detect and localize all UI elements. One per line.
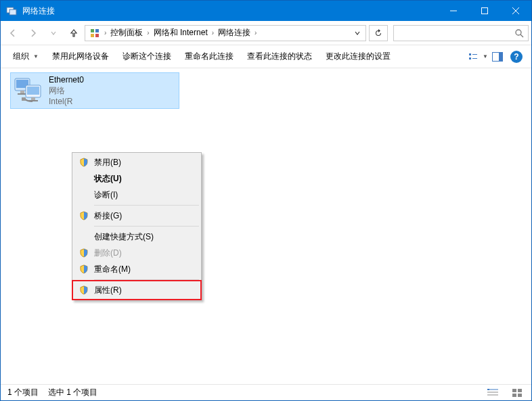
details-view-button[interactable] [485, 386, 500, 400]
menu-rename[interactable]: 重命名(M) [74, 261, 200, 277]
svg-rect-34 [518, 394, 522, 397]
menu-separator [94, 279, 199, 280]
window: 网络连接 › [0, 0, 532, 401]
close-button[interactable] [500, 1, 531, 21]
svg-rect-32 [518, 389, 522, 392]
view-options-button[interactable]: ▼ [469, 45, 488, 68]
svg-rect-8 [91, 34, 94, 37]
svg-rect-26 [22, 97, 26, 101]
adapter-item[interactable]: Ethernet0 网络 Intel(R [10, 72, 179, 109]
menu-properties[interactable]: 属性(R) [74, 282, 200, 298]
adapter-device: Intel(R [49, 96, 84, 107]
shield-icon [76, 264, 91, 274]
menu-diagnose[interactable]: 诊断(I) [74, 187, 200, 203]
window-buttons [438, 1, 531, 21]
navbar: › 控制面板 › 网络和 Internet › 网络连接 › [1, 21, 531, 45]
adapter-text: Ethernet0 网络 Intel(R [49, 74, 84, 107]
svg-line-11 [520, 34, 523, 37]
organize-label: 组织 [13, 51, 29, 62]
help-icon: ? [510, 51, 523, 63]
shield-icon [76, 158, 91, 167]
chevron-right-icon[interactable]: › [253, 29, 258, 37]
preview-pane-button[interactable] [488, 45, 507, 68]
status-count: 1 个项目 [7, 387, 39, 398]
large-icons-view-button[interactable] [510, 386, 525, 400]
shield-icon [76, 248, 91, 258]
window-title: 网络连接 [22, 5, 438, 17]
disable-device-button[interactable]: 禁用此网络设备 [45, 45, 116, 68]
svg-rect-7 [95, 29, 99, 32]
help-button[interactable]: ? [507, 45, 526, 68]
maximize-button[interactable] [469, 1, 500, 21]
chevron-down-icon: ▼ [483, 53, 488, 60]
menu-status[interactable]: 状态(U) [74, 170, 200, 187]
statusbar: 1 个项目 选中 1 个项目 [1, 384, 531, 400]
toolbar: 组织 ▼ 禁用此网络设备 诊断这个连接 重命名此连接 查看此连接的状态 更改此连… [1, 45, 531, 68]
svg-rect-23 [27, 87, 39, 95]
minimize-button[interactable] [438, 1, 469, 21]
svg-rect-30 [487, 389, 489, 390]
svg-rect-31 [512, 389, 516, 392]
svg-rect-13 [469, 57, 471, 60]
back-button[interactable] [3, 24, 22, 43]
svg-rect-20 [20, 91, 24, 93]
recent-dropdown[interactable] [44, 24, 63, 43]
content-area[interactable]: Ethernet0 网络 Intel(R 禁用(B) 状态(U) 诊断(I) [1, 68, 531, 384]
svg-rect-9 [95, 34, 99, 37]
refresh-button[interactable] [369, 25, 388, 41]
chevron-down-icon: ▼ [33, 53, 39, 60]
svg-rect-24 [31, 97, 35, 100]
breadcrumb-root-icon[interactable] [87, 26, 103, 41]
svg-rect-6 [91, 29, 94, 32]
network-adapter-icon [12, 77, 45, 104]
chevron-right-icon[interactable]: › [146, 29, 150, 37]
search-input[interactable] [393, 25, 529, 41]
rename-button[interactable]: 重命名此连接 [178, 45, 240, 68]
breadcrumb-item-2[interactable]: 网络连接 [215, 26, 253, 41]
address-dropdown[interactable] [351, 30, 364, 36]
breadcrumb-item-1[interactable]: 网络和 Internet [151, 26, 210, 41]
context-menu: 禁用(B) 状态(U) 诊断(I) 桥接(G) 创建快捷方式(S) [72, 152, 202, 300]
menu-bridge[interactable]: 桥接(G) [74, 208, 200, 224]
shield-icon [76, 285, 91, 295]
svg-rect-3 [482, 8, 488, 14]
breadcrumb-item-0[interactable]: 控制面板 [108, 26, 146, 41]
address-bar[interactable]: › 控制面板 › 网络和 Internet › 网络连接 › [85, 25, 366, 41]
menu-shortcut[interactable]: 创建快捷方式(S) [74, 229, 200, 245]
menu-disable[interactable]: 禁用(B) [74, 154, 200, 170]
menu-separator [94, 226, 199, 227]
shield-icon [76, 211, 91, 220]
svg-point-10 [516, 30, 521, 35]
search-icon [514, 28, 524, 38]
svg-rect-17 [499, 53, 502, 61]
adapter-name: Ethernet0 [49, 74, 84, 85]
change-settings-button[interactable]: 更改此连接的设置 [319, 45, 397, 68]
status-selected: 选中 1 个项目 [48, 387, 97, 398]
chevron-right-icon[interactable]: › [103, 29, 108, 37]
organize-button[interactable]: 组织 ▼ [6, 45, 45, 68]
view-status-button[interactable]: 查看此连接的状态 [240, 45, 319, 68]
up-button[interactable] [64, 24, 83, 43]
forward-button[interactable] [24, 24, 43, 43]
svg-rect-1 [9, 9, 16, 15]
menu-separator [94, 205, 199, 206]
titlebar: 网络连接 [1, 1, 531, 21]
svg-rect-12 [469, 53, 471, 55]
svg-rect-33 [512, 394, 516, 397]
app-icon [6, 5, 17, 16]
menu-delete[interactable]: 删除(D) [74, 245, 200, 261]
diagnose-button[interactable]: 诊断这个连接 [116, 45, 178, 68]
adapter-status: 网络 [49, 85, 84, 96]
chevron-right-icon[interactable]: › [210, 29, 215, 37]
